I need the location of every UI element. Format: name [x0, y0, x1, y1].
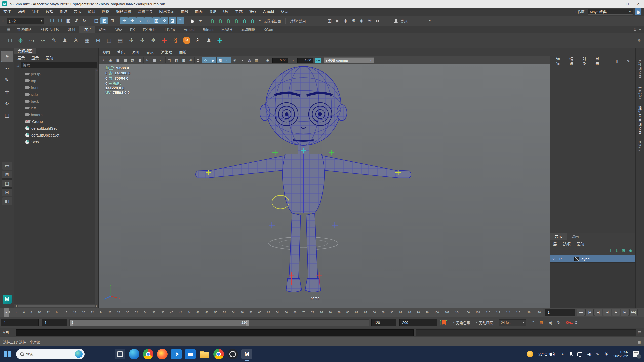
play-backwards-button[interactable]: ◀ [603, 309, 611, 316]
render-settings-icon[interactable]: ⚙ [350, 17, 357, 24]
ik-chain-icon[interactable]: § [171, 36, 180, 45]
layer-color-swatch[interactable] [574, 257, 579, 261]
shelf-tab[interactable]: 运动图形 [236, 26, 259, 33]
lasso-tool[interactable]: ∽ [1, 63, 13, 74]
view-transform-selector[interactable]: sRGB gamma [324, 57, 374, 63]
animation-start-field[interactable]: 1 [1, 319, 39, 326]
grid-snap-icon[interactable]: ◇ [144, 17, 152, 24]
current-frame-field[interactable]: 1 [545, 309, 575, 316]
grease-pencil-icon[interactable]: ✎ [144, 57, 151, 63]
save-scene-icon[interactable]: ▣ [64, 17, 72, 24]
hik-control-icon[interactable]: ♟ [204, 36, 214, 45]
menu-item[interactable]: 缓存 [246, 9, 260, 14]
layer-row[interactable]: V P layer1 [550, 255, 635, 263]
chrome-icon[interactable] [143, 349, 153, 359]
move-tool[interactable]: ✛ [1, 86, 13, 97]
fps-selector[interactable]: 24 fps [499, 319, 526, 326]
safe-action-icon[interactable]: ◎ [187, 57, 195, 63]
light-editor-icon[interactable]: ☀ [366, 17, 374, 24]
shelf-tab[interactable]: 多边形建模 [37, 26, 64, 33]
color-management-toggle[interactable]: ON [315, 58, 321, 63]
weight-table-icon[interactable]: ▤ [115, 36, 125, 45]
sound-icon[interactable]: ◀)) [546, 319, 554, 326]
layout-two-pane-stacked[interactable]: ⊟ [2, 188, 12, 196]
shelf-menu-icon[interactable]: ☰ [7, 27, 10, 32]
select-camera-icon[interactable]: ⌖ [100, 57, 107, 63]
maya-taskbar-icon[interactable]: M [242, 349, 252, 359]
notification-icon[interactable]: 1 [633, 351, 639, 357]
use-default-material-icon[interactable]: ○ [224, 57, 231, 63]
menu-item[interactable]: 帮助 [277, 9, 291, 14]
pause-icon[interactable]: ▮▮ [374, 17, 382, 24]
outliner-search-input[interactable]: 搜索...▾ [21, 62, 97, 68]
menu-item[interactable]: Arnold [260, 9, 277, 14]
menu-item[interactable]: 变形 [206, 9, 220, 14]
bookmark-button[interactable]: [] [440, 320, 448, 325]
layer-editor-menu-item[interactable]: 帮助 [574, 241, 587, 246]
outliner-item[interactable]: + front [14, 84, 98, 91]
taskbar-search[interactable]: 搜索 [16, 349, 85, 359]
pose-node-icon[interactable]: ✥ [149, 36, 158, 45]
drag-handle[interactable]: ∷ [2, 20, 5, 22]
shelf-tab[interactable]: 雕刻 [64, 26, 79, 33]
clock[interactable]: 16:562025/3/22 [613, 350, 628, 358]
create-layer-from-selected-icon[interactable]: ◉ [629, 248, 632, 253]
plane-snap-icon[interactable]: ▦ [152, 17, 160, 24]
playback-end-field[interactable]: 120 [371, 319, 396, 326]
outliner-item[interactable]: + bottom [14, 111, 98, 118]
render-current-frame-icon[interactable]: ▶ [334, 17, 341, 24]
weather-temp[interactable]: 27°C 晴朗 [538, 351, 556, 357]
layout-two-pane-side[interactable]: ◫ [2, 179, 12, 188]
menu-item[interactable]: 网格显示 [156, 9, 178, 14]
shelf-tab[interactable]: XGen [259, 26, 277, 33]
next-frame-button[interactable]: ▶| [621, 309, 629, 316]
shelf-item-menu-icon[interactable]: ⋮⋮ [7, 39, 13, 42]
minimize-button[interactable]: — [611, 0, 622, 8]
undo-icon[interactable]: ↺ [72, 17, 80, 24]
grid-snap-timeline-icon[interactable]: ▦ [538, 319, 545, 326]
layer-editor-menu-item[interactable]: 选项 [560, 241, 574, 246]
joint-snap-icon[interactable]: ✣ [128, 17, 136, 24]
textured-icon[interactable]: ▩ [217, 57, 224, 63]
new-scene-icon[interactable]: ❏ [48, 17, 56, 24]
previous-frame-button[interactable]: ◀| [594, 309, 602, 316]
gate-mask-icon[interactable]: ◧ [173, 57, 180, 63]
play-forwards-button[interactable]: ▶ [612, 309, 620, 316]
help-mode-icon[interactable]: ? [177, 17, 184, 24]
shelf-tab[interactable]: 动画 [95, 26, 110, 33]
shelf-tab[interactable]: MASH [217, 26, 236, 33]
menu-item[interactable]: 编辑 [14, 9, 28, 14]
weather-icon[interactable] [527, 351, 533, 357]
auto-key-icon[interactable] [564, 319, 571, 326]
weight-grid-icon[interactable]: ▦ [82, 36, 92, 45]
wireframe-icon[interactable]: ◇ [202, 57, 209, 63]
shadows-icon[interactable]: ◑ [238, 57, 246, 63]
create-empty-layer-icon[interactable]: ⊞ [622, 248, 625, 253]
lights-icon[interactable]: ☀ [231, 57, 238, 63]
outliner-item[interactable]: + Group [14, 118, 98, 125]
anim-layer-selector[interactable]: 无动画层 [476, 320, 493, 325]
hierarchy-mode-icon[interactable]: ⬚ [92, 17, 100, 24]
outliner-item[interactable]: + defaultObjectSet [14, 132, 98, 139]
channel-manipulator-icon[interactable]: ✎ [624, 59, 633, 63]
outliner-item[interactable]: + persp [14, 71, 98, 77]
outliner-item[interactable]: + side [14, 91, 98, 98]
shelf-tab[interactable]: Bifrost [199, 26, 218, 33]
menu-item[interactable]: 窗口 [85, 9, 99, 14]
shelf-tab[interactable]: Arnold [180, 26, 198, 33]
anim-preferences-icon[interactable]: ⚙ [572, 319, 580, 326]
menu-item[interactable]: UV [220, 9, 232, 14]
history-toggle-icon[interactable]: ◪ [169, 17, 176, 24]
constraint-icon[interactable]: ✢ [138, 36, 147, 45]
time-slider-ruler[interactable]: 1 24681012141618202224262830323436384042… [0, 308, 543, 317]
layer-editor-menu-item[interactable]: 层 [550, 241, 560, 246]
outliner-menu-item[interactable]: 显示 [28, 55, 42, 60]
shelf-tab[interactable]: 绑定 [79, 26, 95, 33]
outliner-item[interactable]: + defaultLightSet [14, 125, 98, 132]
layout-four-pane[interactable]: ⊞ [2, 171, 12, 179]
move-snap-icon[interactable]: ✛ [120, 17, 128, 24]
playback-start-field[interactable]: 1 [42, 319, 67, 326]
snap-to-curves-icon[interactable]: U [216, 17, 224, 24]
mel-input-field[interactable] [16, 329, 414, 336]
shelf-tab[interactable]: FX 缓存 [139, 26, 160, 33]
